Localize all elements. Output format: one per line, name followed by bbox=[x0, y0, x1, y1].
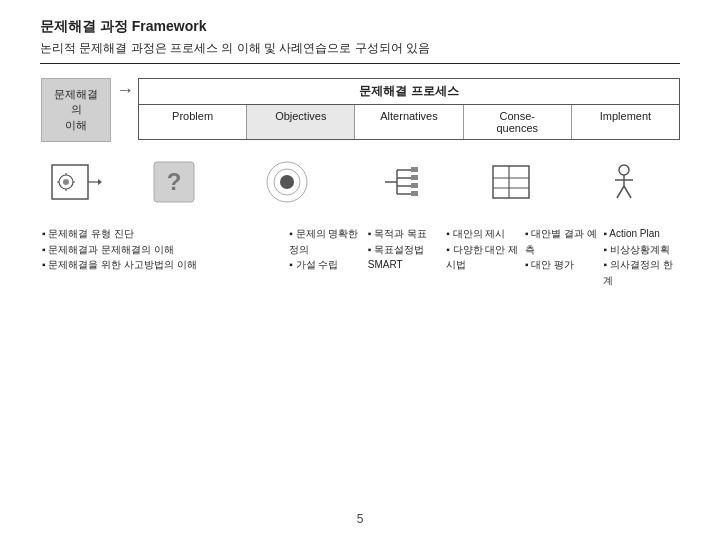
left-bullet-1: 문제해결 유형 진단 bbox=[42, 226, 197, 242]
step-alternatives: Alternatives bbox=[355, 105, 463, 139]
page: 문제해결 과정 Framework 논리적 문제해결 과정은 프로세스 의 이해… bbox=[0, 0, 720, 540]
obj-bullet-1: 문제의 명확한 정의 bbox=[289, 226, 364, 257]
title-sub: 논리적 문제해결 과정은 프로세스 의 이해 및 사례연습으로 구성되어 있음 bbox=[40, 40, 680, 64]
icon-understand bbox=[40, 152, 112, 212]
step-problem: Problem bbox=[139, 105, 247, 139]
svg-rect-21 bbox=[411, 175, 418, 180]
understand-label-2: 이해 bbox=[65, 119, 87, 131]
svg-text:?: ? bbox=[167, 168, 182, 195]
step-consequences: Conse-quences bbox=[464, 105, 572, 139]
svg-line-31 bbox=[617, 186, 624, 198]
svg-point-28 bbox=[619, 165, 629, 175]
impl-bullet-2: 대안 평가 bbox=[525, 257, 600, 273]
step-implement: Implement bbox=[572, 105, 679, 139]
content-consequences: 대안의 제시 다양한 대안 제시법 bbox=[444, 226, 523, 288]
process-steps: Problem Objectives Alternatives Conse-qu… bbox=[138, 105, 680, 140]
svg-point-2 bbox=[63, 179, 69, 185]
impl-bullet-1: 대안별 결과 예측 bbox=[525, 226, 600, 257]
svg-marker-8 bbox=[98, 179, 102, 185]
process-header: 문제해결 프로세스 bbox=[138, 78, 680, 105]
understand-box-area: 문제해결의 이해 bbox=[40, 78, 112, 142]
action-bullet-1: Action Plan bbox=[603, 226, 678, 242]
svg-rect-24 bbox=[493, 166, 529, 198]
understand-label-1: 문제해결의 bbox=[54, 88, 98, 115]
icon-objectives bbox=[230, 152, 342, 212]
content-action: Action Plan 비상상황계획 의사결정의 한계 bbox=[601, 226, 680, 288]
icon-problem: ? bbox=[118, 152, 230, 212]
alt-bullet-1: 목적과 목표 bbox=[368, 226, 443, 242]
content-alternatives: 목적과 목표 목표설정법 SMART bbox=[366, 226, 445, 288]
process-area: 문제해결 프로세스 Problem Objectives Alternative… bbox=[138, 78, 680, 140]
svg-point-13 bbox=[280, 175, 294, 189]
obj-bullet-2: 가설 수립 bbox=[289, 257, 364, 273]
svg-rect-22 bbox=[411, 183, 418, 188]
action-bullet-2: 비상상황계획 bbox=[603, 242, 678, 258]
left-bullet-2: 문제해결과 문제해결의 이해 bbox=[42, 242, 197, 258]
content-problem bbox=[209, 226, 288, 288]
svg-rect-20 bbox=[411, 167, 418, 172]
content-left: 문제해결 유형 진단 문제해결과 문제해결의 이해 문제해결을 위한 사고방법의… bbox=[40, 226, 199, 288]
title-main: 문제해결 과정 Framework bbox=[40, 18, 680, 36]
action-bullet-3: 의사결정의 한계 bbox=[603, 257, 678, 288]
step-objectives: Objectives bbox=[247, 105, 355, 139]
svg-line-32 bbox=[624, 186, 631, 198]
alt-bullet-2: 목표설정법 SMART bbox=[368, 242, 443, 273]
page-number: 5 bbox=[357, 512, 364, 526]
cons-bullet-2: 다양한 대안 제시법 bbox=[446, 242, 521, 273]
svg-rect-23 bbox=[411, 191, 418, 196]
content-objectives: 문제의 명확한 정의 가설 수립 bbox=[287, 226, 366, 288]
content-implement: 대안별 결과 예측 대안 평가 bbox=[523, 226, 602, 288]
cons-bullet-1: 대안의 제시 bbox=[446, 226, 521, 242]
arrow-connector: → bbox=[112, 80, 138, 101]
left-bullet-3: 문제해결을 위한 사고방법의 이해 bbox=[42, 257, 197, 273]
icon-implement bbox=[568, 152, 680, 212]
icon-consequences bbox=[455, 152, 567, 212]
icon-alternatives bbox=[343, 152, 455, 212]
understand-box: 문제해결의 이해 bbox=[41, 78, 111, 142]
